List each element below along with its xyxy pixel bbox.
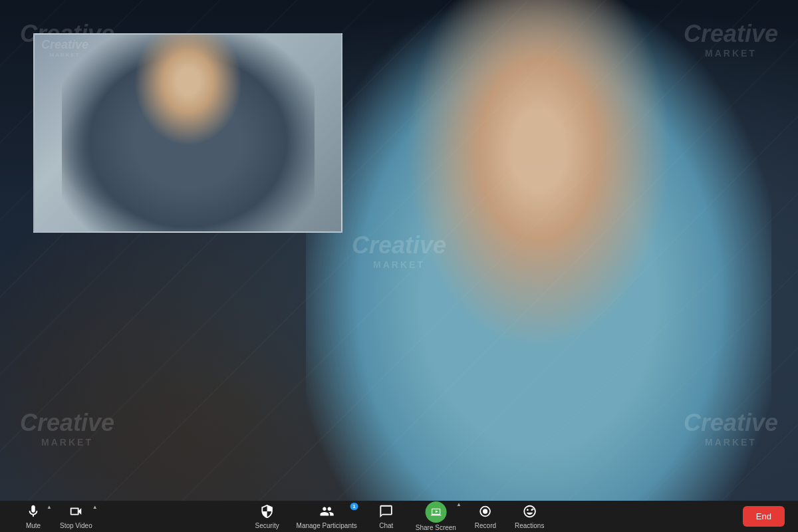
toolbar-left: ▲ Mute ▲ Stop Video xyxy=(13,501,99,532)
toolbar-right: End xyxy=(743,506,785,527)
mic-icon xyxy=(26,504,41,521)
stop-video-button[interactable]: ▲ Stop Video xyxy=(53,501,99,532)
record-button[interactable]: Record xyxy=(466,501,505,532)
toolbar: ▲ Mute ▲ Stop Video xyxy=(0,501,798,532)
participants-badge: 1 xyxy=(350,503,358,510)
share-screen-icon-circle xyxy=(425,501,446,523)
mute-button[interactable]: ▲ Mute xyxy=(13,501,53,532)
manage-participants-label: Manage Participants xyxy=(297,522,357,529)
reactions-button[interactable]: Reactions xyxy=(508,501,551,532)
people-icon xyxy=(319,504,334,521)
mute-label: Mute xyxy=(26,522,41,529)
main-video-area: Creative MARKET Creative MARKET Creative… xyxy=(0,0,798,501)
shield-icon xyxy=(260,504,275,521)
reactions-icon xyxy=(522,504,537,521)
stop-video-label: Stop Video xyxy=(60,522,92,529)
pip-participant-video[interactable]: Creative MARKET xyxy=(33,33,342,233)
mute-caret[interactable]: ▲ xyxy=(47,504,52,510)
reactions-label: Reactions xyxy=(515,522,544,529)
video-icon xyxy=(68,504,83,521)
svg-point-1 xyxy=(483,509,487,513)
record-icon xyxy=(478,504,493,521)
chat-icon xyxy=(379,504,394,521)
main-speaker-visual xyxy=(306,0,771,501)
share-screen-button[interactable]: ▲ Share Screen xyxy=(409,499,463,532)
chat-label: Chat xyxy=(379,522,393,529)
record-label: Record xyxy=(475,522,496,529)
share-screen-caret[interactable]: ▲ xyxy=(456,501,462,507)
end-button[interactable]: End xyxy=(743,506,785,527)
security-button[interactable]: Security xyxy=(247,501,287,532)
toolbar-center: Security 1 Manage Participants Chat ▲ xyxy=(247,499,551,532)
manage-participants-button[interactable]: 1 Manage Participants xyxy=(290,501,364,532)
chat-button[interactable]: Chat xyxy=(366,501,406,532)
security-label: Security xyxy=(255,522,279,529)
share-screen-label: Share Screen xyxy=(416,524,456,531)
stop-video-caret[interactable]: ▲ xyxy=(92,504,98,510)
pip-speaker-visual xyxy=(62,33,315,231)
